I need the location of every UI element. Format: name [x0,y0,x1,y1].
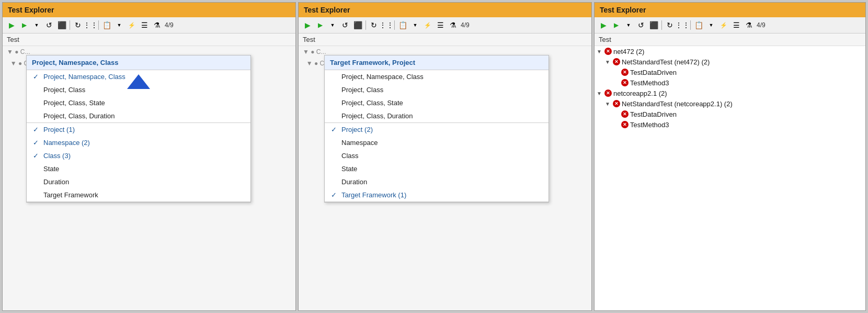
settings-arrow-icon-3: ▼ [705,19,717,31]
rerun-button-3[interactable]: ↺ [635,19,647,31]
dropdown-2-item-tf[interactable]: ✓ Target Framework (1) [325,188,549,202]
run-all-button-2[interactable]: ▶ [302,19,313,31]
dropdown-2-item-project[interactable]: ✓ Project (2) [325,123,549,136]
dropdown-2-item-pnc[interactable]: Project, Namespace, Class [325,70,549,83]
dropdown-2-section-1: Project, Namespace, Class Project, Class… [325,70,549,123]
run-to-here-button[interactable]: ⚡ [126,19,138,31]
separator-2 [98,20,99,30]
dropdown-item-tf-1[interactable]: Target Framework [27,188,250,202]
panel-1: Test Explorer ▶ ▶ ▼ ↺ ⬛ ↻ ⋮⋮ 📋 ▼ ⚡ ☰ ⚗ 4… [2,2,296,311]
error-icon-tm3-nc21: ✕ [621,120,629,129]
tree-label-nst472: NetStandardTest (net472) (2) [622,58,710,66]
panel-2-body: Test ▼ ● C... ▼ ● C... Target Framework,… [299,33,591,310]
test-label-3: Test [595,33,865,46]
rerun-button[interactable]: ↺ [43,19,55,31]
dropdown-1-header: Project, Namespace, Class [27,55,250,70]
playlist-button-2[interactable]: ⋮⋮ [381,19,392,31]
tree-label-tm3472: TestMethod3 [630,79,669,87]
tree-item-tdd-nc21[interactable]: ▶ ✕ TestDataDriven [595,109,865,119]
dropdown-item-state-1[interactable]: State [27,162,250,175]
tree-item-tm3-nc21[interactable]: ▶ ✕ TestMethod3 [595,119,865,130]
refresh-button[interactable]: ↻ [72,19,84,31]
dropdown-item-pcd[interactable]: Project, Class, Duration [27,109,250,122]
panel-3-toolbar: ▶ ▶ ▼ ↺ ⬛ ↻ ⋮⋮ 📋 ▼ ⚡ ☰ ⚗ 4/9 [595,17,865,33]
run-to-here-button-2[interactable]: ⚡ [422,19,433,31]
dropdown-2-section-2: ✓ Project (2) Namespace Class State [325,123,549,202]
rerun-button-2[interactable]: ↺ [339,19,351,31]
run-all-button[interactable]: ▶ [6,19,17,31]
panel-2: Test Explorer ▶ ▶ ▼ ↺ ⬛ ↻ ⋮⋮ 📋 ▼ ⚡ ☰ ⚗ 4… [298,2,592,311]
separator-1 [70,20,70,30]
dropdown-item-project-1[interactable]: ✓ Project (1) [27,123,250,136]
playlist-button-3[interactable]: ⋮⋮ [677,19,688,31]
dropdown-item-class-1[interactable]: ✓ Class (3) [27,149,250,162]
count-badge-2: 4/9 [461,21,470,29]
tree-label-tdd472: TestDataDriven [630,69,677,76]
refresh-button-3[interactable]: ↻ [664,19,676,31]
error-icon-netcore21: ✕ [604,89,612,97]
filter-button[interactable]: ⚗ [151,19,163,31]
refresh-button-2[interactable]: ↻ [368,19,380,31]
group-button-2[interactable]: ☰ [435,19,446,31]
playlist-button[interactable]: ⋮⋮ [85,19,96,31]
dropdown-2-item-namespace[interactable]: Namespace [325,136,549,149]
expand-icon-net472: ▼ [597,49,603,54]
run-to-here-button-3[interactable]: ⚡ [718,19,729,31]
checkmark-icon-5: ✓ [331,126,338,133]
separator-5 [661,20,662,30]
panel-1-body: Test ▼ ● C... ▼ ● C... Project, Namespac… [3,33,295,310]
filter-button-3[interactable]: ⚗ [743,19,755,31]
test-label-2: Test [299,33,591,46]
separator-4 [394,20,395,30]
error-icon-tdd472: ✕ [621,68,629,76]
dropdown-arrow-icon: ▼ [31,19,42,31]
settings-button[interactable]: 📋 [101,19,112,31]
stop-button[interactable]: ⬛ [56,19,67,31]
dropdown-item-pcs[interactable]: Project, Class, State [27,96,250,109]
dropdown-2-item-pcd[interactable]: Project, Class, Duration [325,109,549,122]
dropdown-item-namespace-1[interactable]: ✓ Namespace (2) [27,136,250,149]
dropdown-2-item-pc[interactable]: Project, Class [325,83,549,96]
run-selected-button-2[interactable]: ▶ [314,19,326,31]
tree-item-nst-netcore21[interactable]: ▼ ✕ NetStandardTest (netcoreapp2.1) (2) [595,98,865,109]
count-badge: 4/9 [165,21,174,29]
tree-item-net472[interactable]: ▼ ✕ net472 (2) [595,46,865,57]
title-label-3: Test Explorer [600,6,646,14]
dropdown-item-duration-1[interactable]: Duration [27,175,250,188]
panel-3: Test Explorer ▶ ▶ ▼ ↺ ⬛ ↻ ⋮⋮ 📋 ▼ ⚡ ☰ ⚗ 4… [594,2,866,311]
tree-label-nst-nc21: NetStandardTest (netcoreapp2.1) (2) [622,100,733,108]
dropdown-2-item-state[interactable]: State [325,162,549,175]
error-icon-tdd-nc21: ✕ [621,110,629,118]
test-label-1: Test [3,33,295,46]
panel-1-title: Test Explorer [3,3,295,17]
dropdown-2-item-class[interactable]: Class [325,149,549,162]
tree-item-tm3-472[interactable]: ▶ ✕ TestMethod3 [595,77,865,88]
run-all-button-3[interactable]: ▶ [598,19,609,31]
dropdown-arrow-icon-2: ▼ [327,19,338,31]
run-selected-button[interactable]: ▶ [18,19,30,31]
dropdown-2-item-duration[interactable]: Duration [325,175,549,188]
error-icon-nst-nc21: ✕ [612,99,621,108]
dropdown-2-item-pcs[interactable]: Project, Class, State [325,96,549,109]
checkmark-icon-2: ✓ [33,126,40,133]
separator-3 [366,20,366,30]
run-selected-button-3[interactable]: ▶ [610,19,622,31]
expand-icon-nst-nc21: ▼ [605,101,611,107]
tree-view-3: ▼ ✕ net472 (2) ▼ ✕ NetStandardTest (net4… [595,46,865,310]
stop-button-2[interactable]: ⬛ [352,19,363,31]
settings-arrow-icon: ▼ [113,19,125,31]
settings-button-2[interactable]: 📋 [397,19,408,31]
filter-button-2[interactable]: ⚗ [447,19,459,31]
panel-1-dropdown: Project, Namespace, Class ✓ Project, Nam… [26,55,251,203]
tree-item-netcore21[interactable]: ▼ ✕ netcoreapp2.1 (2) [595,88,865,98]
tree-item-tdd-472[interactable]: ▶ ✕ TestDataDriven [595,67,865,77]
tree-item-nst-net472[interactable]: ▼ ✕ NetStandardTest (net472) (2) [595,57,865,67]
stop-button-3[interactable]: ⬛ [648,19,659,31]
dropdown-1-section-2: ✓ Project (1) ✓ Namespace (2) ✓ Class (3… [27,123,250,202]
count-badge-3: 4/9 [757,21,766,29]
panel-3-title: Test Explorer [595,3,865,17]
settings-button-3[interactable]: 📋 [693,19,704,31]
tree-label-netcore21: netcoreapp2.1 (2) [613,90,667,97]
group-button-3[interactable]: ☰ [730,19,742,31]
group-button[interactable]: ☰ [139,19,150,31]
